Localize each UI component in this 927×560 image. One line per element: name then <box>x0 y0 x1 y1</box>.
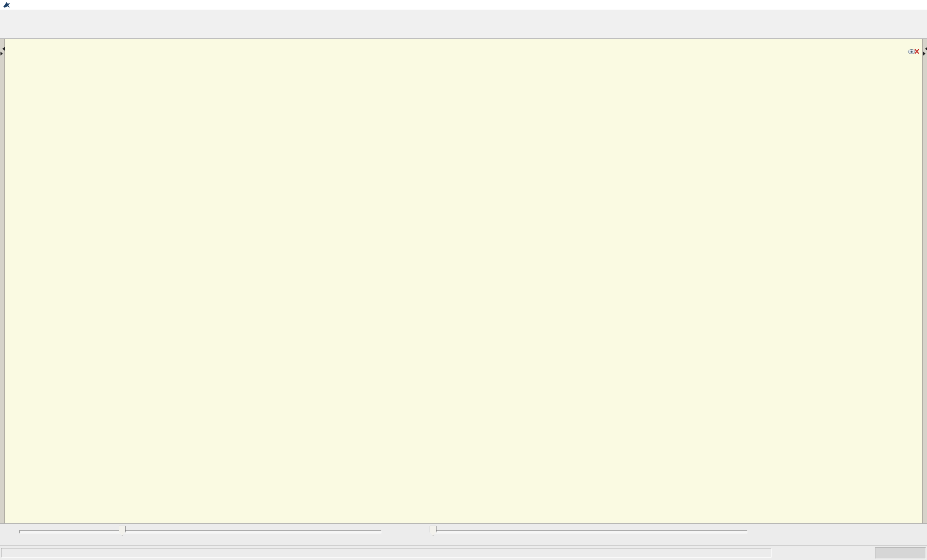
zoom-slider-thumb[interactable] <box>119 526 126 536</box>
arcadia-rama-window <box>0 0 927 560</box>
right-splitter[interactable] <box>922 39 927 524</box>
main-toolbar <box>0 21 927 39</box>
selection-status <box>1 548 772 558</box>
fov-slider-track[interactable] <box>434 530 747 533</box>
left-splitter-handle[interactable] <box>0 46 4 58</box>
left-splitter[interactable] <box>0 39 5 524</box>
viewport-3d[interactable] <box>0 39 927 523</box>
fov-slider-thumb[interactable] <box>430 526 436 536</box>
memory-usage <box>875 547 926 559</box>
zoom-slider-track[interactable] <box>19 530 381 533</box>
menu-row <box>0 10 927 21</box>
status-bar <box>0 546 927 560</box>
model-scene <box>0 39 927 524</box>
app-logo-icon <box>3 1 11 8</box>
close-view-icon[interactable] <box>908 47 920 58</box>
right-splitter-handle[interactable] <box>923 46 927 58</box>
bottom-control-bar <box>0 523 927 546</box>
title-bar <box>0 0 927 10</box>
